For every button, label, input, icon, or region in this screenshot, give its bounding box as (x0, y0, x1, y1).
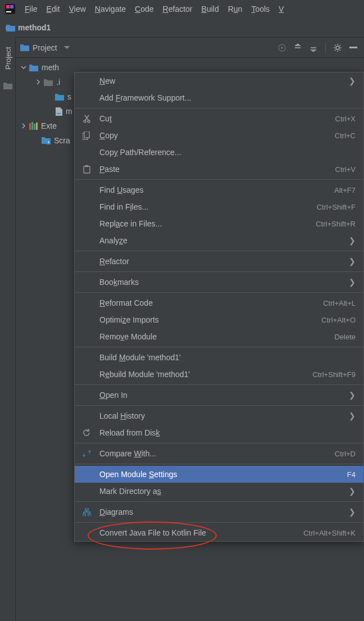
expander-icon[interactable] (33, 137, 39, 144)
project-header-label[interactable]: Project (33, 43, 57, 52)
context-menu-item[interactable]: PasteCtrl+V (75, 161, 363, 178)
context-menu-item[interactable]: Replace in Files...Ctrl+Shift+R (75, 215, 363, 232)
menu-item[interactable]: View (65, 2, 90, 16)
gutter-folder-icon[interactable] (3, 82, 12, 90)
menu-item-label: Open Module Settings (93, 470, 347, 479)
shortcut-label: Ctrl+Shift+F9 (312, 370, 356, 379)
menu-item-label: Copy (93, 131, 335, 140)
expander-icon[interactable] (46, 93, 53, 100)
menu-item-label: Open In (93, 391, 344, 400)
menu-item[interactable]: Edit (42, 2, 65, 16)
menu-item[interactable]: Refactor (158, 2, 197, 16)
folder-dark-icon (44, 79, 53, 86)
context-menu-item[interactable]: Convert Java File to Kotlin FileCtrl+Alt… (75, 524, 363, 541)
menu-item-label: Find in Files... (93, 202, 317, 211)
menu-item-label: Mark Directory as (93, 487, 344, 496)
context-menu-item[interactable]: CutCtrl+X (75, 110, 363, 127)
menu-item[interactable]: V (274, 2, 288, 16)
menu-item-label: Diagrams (93, 507, 344, 516)
submenu-arrow-icon: ❯ (349, 278, 356, 287)
breadcrumb-label: method1 (18, 23, 51, 32)
menu-item-label: Remove Module (93, 332, 334, 341)
tool-window-gutter[interactable]: Project (0, 37, 16, 621)
svg-point-6 (281, 47, 283, 49)
submenu-arrow-icon: ❯ (349, 391, 356, 400)
context-menu-item[interactable]: New❯ (75, 72, 363, 89)
menu-item[interactable]: Run (224, 2, 247, 16)
compare-icon (80, 450, 93, 457)
shortcut-label: F4 (347, 470, 356, 479)
file-icon (55, 107, 62, 116)
copy-icon (80, 132, 93, 140)
svg-rect-11 (31, 122, 33, 130)
separator (325, 43, 326, 53)
svg-rect-12 (34, 124, 35, 130)
expander-icon[interactable] (46, 108, 53, 115)
menu-item[interactable]: Code (130, 2, 158, 16)
expander-icon[interactable] (20, 64, 27, 71)
expander-icon[interactable] (20, 123, 27, 129)
context-menu-item[interactable]: CopyCtrl+C (75, 127, 363, 144)
module-icon (29, 64, 38, 71)
scratch-icon (42, 137, 51, 144)
select-opened-icon[interactable] (276, 42, 288, 54)
context-menu-item[interactable]: Compare With...Ctrl+D (75, 445, 363, 462)
context-menu-item[interactable]: Rebuild Module 'method1'Ctrl+Shift+F9 (75, 366, 363, 383)
svg-rect-1 (6, 5, 10, 8)
context-menu-item[interactable]: Find in Files...Ctrl+Shift+F (75, 198, 363, 215)
menu-item-label: Find Usages (93, 185, 334, 194)
menu-item-label: Analyze (93, 236, 344, 245)
svg-rect-20 (85, 165, 88, 167)
tree-label: m (66, 107, 72, 116)
svg-rect-23 (88, 514, 91, 516)
menu-item[interactable]: File (20, 2, 42, 16)
menu-separator (75, 347, 363, 347)
menu-item-label: Convert Java File to Kotlin File (93, 528, 303, 537)
shortcut-label: Ctrl+V (335, 165, 356, 174)
context-menu-item[interactable]: Build Module 'method1' (75, 349, 363, 366)
cut-icon (80, 115, 93, 123)
submenu-arrow-icon: ❯ (349, 507, 356, 516)
menu-item[interactable]: Tools (247, 2, 274, 16)
expander-icon[interactable] (35, 79, 42, 85)
context-menu-item[interactable]: Reload from Disk (75, 424, 363, 441)
menu-item-label: Add Framework Support... (93, 93, 356, 102)
chevron-down-icon[interactable] (64, 46, 70, 49)
context-menu-item[interactable]: Mark Directory as❯ (75, 483, 363, 500)
menu-item[interactable]: Build (197, 2, 224, 16)
menu-item-label: Rebuild Module 'method1' (93, 370, 312, 379)
context-menu-item[interactable]: Open Module SettingsF4 (75, 466, 363, 483)
context-menu-item[interactable]: Remove ModuleDelete (75, 328, 363, 345)
expand-all-icon[interactable] (292, 42, 304, 54)
svg-point-15 (84, 120, 86, 123)
hide-icon[interactable] (347, 42, 360, 54)
context-menu-item[interactable]: Optimize ImportsCtrl+Alt+O (75, 311, 363, 328)
context-menu-item[interactable]: Add Framework Support... (75, 89, 363, 106)
context-menu-item[interactable]: Diagrams❯ (75, 504, 363, 520)
shortcut-label: Ctrl+X (335, 115, 356, 123)
gear-icon[interactable] (331, 42, 344, 54)
context-menu-item[interactable]: Copy Path/Reference... (75, 144, 363, 161)
menu-item[interactable]: Navigate (90, 2, 130, 16)
svg-rect-8 (349, 47, 357, 48)
tree-label: Exte (41, 121, 57, 130)
context-menu-item[interactable]: Find UsagesAlt+F7 (75, 182, 363, 198)
svg-rect-10 (29, 123, 31, 130)
collapse-all-icon[interactable] (307, 42, 320, 54)
shortcut-label: Ctrl+Alt+O (321, 316, 356, 324)
reload-icon (80, 429, 93, 437)
menu-item-label: Paste (93, 165, 335, 174)
submenu-arrow-icon: ❯ (349, 236, 356, 245)
module-folder-icon (6, 24, 15, 31)
context-menu-item[interactable]: Open In❯ (75, 387, 363, 404)
context-menu-item[interactable]: Refactor❯ (75, 253, 363, 270)
context-menu-item[interactable]: Bookmarks❯ (75, 274, 363, 291)
shortcut-label: Ctrl+Alt+Shift+K (303, 529, 356, 537)
gutter-project-label[interactable]: Project (3, 47, 12, 69)
menu-separator (75, 464, 363, 464)
context-menu-item[interactable]: Analyze❯ (75, 232, 363, 249)
context-menu-item[interactable]: Reformat CodeCtrl+Alt+L (75, 294, 363, 311)
menu-separator (75, 405, 363, 406)
menu-separator (75, 292, 363, 293)
context-menu-item[interactable]: Local History❯ (75, 407, 363, 424)
